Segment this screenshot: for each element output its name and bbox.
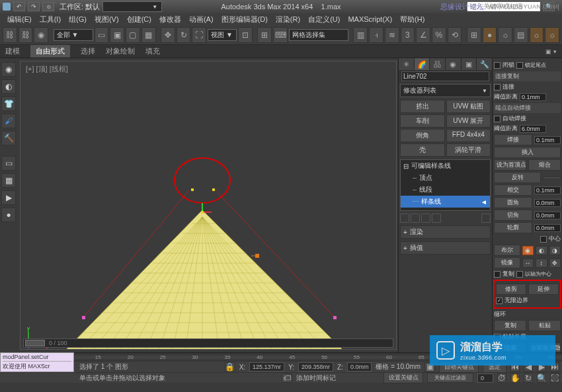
link-button[interactable]: ⛓ bbox=[3, 27, 17, 43]
tshirt-icon[interactable]: 👕 bbox=[1, 97, 16, 111]
btn-insert[interactable]: 插入 bbox=[494, 147, 561, 158]
chk-infinite[interactable]: ✓ bbox=[496, 297, 502, 304]
btn-copy2[interactable]: 复制 bbox=[494, 320, 526, 331]
unlink-button[interactable]: ⛓ bbox=[19, 27, 33, 43]
maxscript-listener[interactable]: modPanel.setCur 欢迎使用 MAXScr bbox=[0, 352, 74, 372]
btn-extend[interactable]: 延伸 bbox=[528, 284, 559, 295]
lock-icon[interactable]: 🔒 bbox=[225, 362, 235, 372]
material-editor-button[interactable]: ● bbox=[483, 27, 497, 43]
ribbon-freeform[interactable]: 自由形式 bbox=[30, 45, 70, 58]
manipulate-button[interactable]: ⊞ bbox=[257, 27, 272, 43]
stack-vertex[interactable]: ┈ 顶点 bbox=[401, 172, 490, 184]
menu-animation[interactable]: 动画(A) bbox=[186, 13, 217, 26]
bool-sub-icon[interactable]: ◐ bbox=[536, 246, 547, 255]
menu-graph[interactable]: 图形编辑器(D) bbox=[218, 13, 271, 26]
window-crossing-button[interactable]: ▦ bbox=[141, 27, 156, 43]
mirror-v-icon[interactable]: ↕ bbox=[536, 258, 547, 268]
selection-filter[interactable]: 全部 ▼ bbox=[54, 29, 93, 41]
play-icon[interactable]: ▶ bbox=[1, 190, 16, 205]
undo-arrow-icon[interactable]: ↶ bbox=[13, 2, 25, 11]
modifier-list-dropdown[interactable]: 修改器列表▼ bbox=[400, 84, 491, 97]
chk-lock[interactable] bbox=[494, 62, 501, 69]
tab-modify-icon[interactable]: 🌈 bbox=[415, 58, 430, 70]
render-setup-button[interactable]: ☼ bbox=[498, 27, 512, 43]
btn-paste[interactable]: 粘贴 bbox=[528, 320, 561, 331]
viewport-label[interactable]: [+] [顶] [线框] bbox=[26, 64, 68, 74]
frame-input[interactable]: 0 bbox=[477, 373, 493, 383]
select-name-button[interactable]: ▣ bbox=[110, 27, 124, 43]
menu-tools[interactable]: 工具(I) bbox=[36, 13, 64, 26]
nav-zoom-icon[interactable]: 🔍 bbox=[537, 373, 546, 383]
select-region-button[interactable]: ▢ bbox=[126, 27, 140, 43]
modifier-stack[interactable]: ⊟可编辑样条线 ┈ 顶点 ┈ 线段 ┈ 样条线◄ bbox=[400, 159, 491, 211]
btn-reverse[interactable]: 反转 bbox=[494, 172, 541, 183]
btn-uvw-unwrap[interactable]: UVW 展开 bbox=[446, 114, 491, 128]
tab-motion-icon[interactable]: ◉ bbox=[446, 58, 461, 70]
btn-shell[interactable]: 壳 bbox=[400, 143, 445, 157]
chk-center[interactable] bbox=[540, 236, 547, 243]
coord-z[interactable]: 0.0mm bbox=[347, 362, 372, 372]
key-filter-button[interactable]: 关键点过滤器 bbox=[427, 373, 473, 383]
timeline[interactable]: 0 / 100 bbox=[23, 338, 393, 348]
rollout-interp[interactable]: +插值 bbox=[400, 241, 491, 255]
nav-max-icon[interactable]: ⛶ bbox=[550, 373, 559, 383]
chk-autoweld[interactable] bbox=[494, 116, 501, 122]
btn-chamfer[interactable]: 切角 bbox=[494, 210, 532, 221]
menu-group[interactable]: 组(G) bbox=[65, 13, 90, 26]
btn-bevel[interactable]: 倒角 bbox=[400, 129, 445, 142]
configure-icon[interactable] bbox=[481, 214, 491, 223]
schematic-icon[interactable]: ⊞ bbox=[467, 27, 481, 43]
tab-utilities-icon[interactable]: 🔧 bbox=[477, 58, 492, 70]
btn-outline[interactable]: 轮廓 bbox=[494, 222, 532, 233]
ribbon-populate[interactable]: 填充 bbox=[145, 46, 160, 56]
btn-turbosmooth[interactable]: 涡轮平滑 bbox=[446, 143, 491, 157]
viewport[interactable]: [+] [顶] [线框] bbox=[20, 61, 397, 350]
spin-outline[interactable]: 0.0mm bbox=[534, 224, 561, 232]
move-button[interactable]: ✥ bbox=[161, 27, 175, 43]
show-result-icon[interactable] bbox=[411, 214, 420, 223]
tab-hierarchy-icon[interactable]: 品 bbox=[430, 58, 445, 70]
menu-view[interactable]: 视图(V) bbox=[91, 13, 122, 26]
btn-trim[interactable]: 修剪 bbox=[496, 284, 526, 295]
spin-fillet[interactable]: 0.0mm bbox=[534, 199, 561, 207]
keyboard-button[interactable]: ⌨ bbox=[273, 27, 288, 43]
mirror-h-icon[interactable]: ↔ bbox=[522, 258, 534, 268]
named-selection[interactable]: 网格选择集 bbox=[289, 29, 348, 41]
btn-lathe[interactable]: 车削 bbox=[400, 114, 445, 128]
menu-help[interactable]: 帮助(H) bbox=[397, 13, 428, 26]
spin-weld[interactable]: 0.1mm bbox=[534, 136, 561, 144]
coord-x[interactable]: 125.137mr bbox=[249, 362, 284, 372]
object-name-input[interactable] bbox=[401, 71, 489, 81]
record-icon[interactable]: ● bbox=[1, 208, 16, 222]
pin-icon[interactable] bbox=[400, 214, 409, 223]
stack-root[interactable]: ⊟可编辑样条线 bbox=[401, 160, 490, 172]
btn-mirror[interactable]: 镜像 bbox=[494, 257, 520, 268]
btn-fillet[interactable]: 圆角 bbox=[494, 197, 532, 208]
menu-customize[interactable]: 自定义(U) bbox=[305, 13, 343, 26]
render-button[interactable]: ☼ bbox=[530, 27, 544, 43]
angle-snap[interactable]: ∠ bbox=[416, 27, 430, 43]
bool-int-icon[interactable]: ◑ bbox=[549, 246, 561, 255]
link-icon[interactable]: ⎋ bbox=[42, 2, 54, 11]
menu-render[interactable]: 渲染(R) bbox=[272, 13, 303, 26]
btn-boolean[interactable]: 布尔 bbox=[494, 245, 520, 256]
spin-threshold2[interactable]: 6.0mm bbox=[520, 125, 546, 133]
reference-coord[interactable]: 视图 ▼ bbox=[208, 29, 237, 41]
time-config-icon[interactable]: ⏱ bbox=[497, 373, 506, 383]
stack-spline[interactable]: ┈ 样条线◄ bbox=[401, 196, 490, 208]
snap-toggle[interactable]: 3 bbox=[401, 27, 415, 43]
chk-copy[interactable] bbox=[494, 271, 501, 278]
spin-threshold[interactable]: 0.1mm bbox=[520, 93, 546, 101]
scale-button[interactable]: ⛶ bbox=[192, 27, 206, 43]
grid-icon[interactable]: ▦ bbox=[1, 173, 16, 188]
chk-lockstart[interactable] bbox=[516, 62, 523, 69]
spinner-snap[interactable]: ⟲ bbox=[448, 27, 462, 43]
btn-fuse[interactable]: 熔合 bbox=[528, 159, 561, 171]
menu-create[interactable]: 创建(C) bbox=[124, 13, 155, 26]
brush-icon[interactable]: 🖌 bbox=[1, 114, 16, 128]
menu-maxscript[interactable]: MAXScript(X) bbox=[344, 14, 395, 24]
spin-chamfer[interactable]: 0.0mm bbox=[534, 212, 561, 219]
tab-create-icon[interactable]: ✳ bbox=[399, 58, 414, 70]
cube-icon[interactable]: ◉ bbox=[1, 62, 16, 77]
mirror-button[interactable]: ▥ bbox=[353, 27, 368, 43]
